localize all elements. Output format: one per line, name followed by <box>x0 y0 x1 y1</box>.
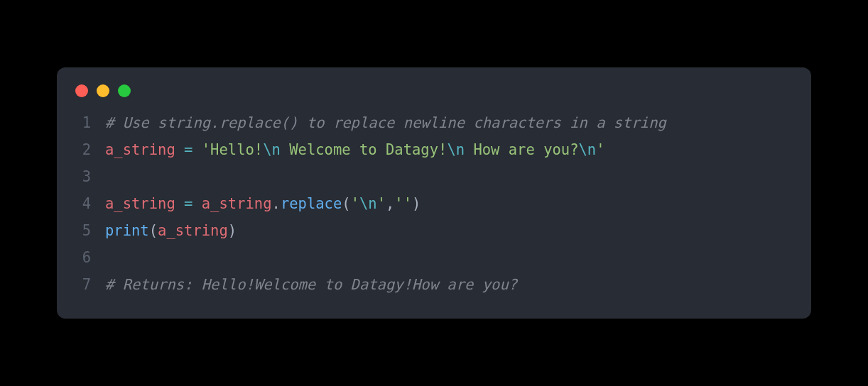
line-content: print(a_string) <box>105 218 237 245</box>
line-number: 7 <box>71 272 91 299</box>
line-content: # Returns: Hello!Welcome to Datagy!How a… <box>105 272 517 299</box>
close-icon[interactable] <box>75 84 88 97</box>
line-content: # Use string.replace() to replace newlin… <box>105 110 666 137</box>
line-content: a_string = 'Hello!\n Welcome to Datagy!\… <box>105 137 605 164</box>
code-line: 4 a_string = a_string.replace('\n','') <box>57 191 811 218</box>
code-line: 2 a_string = 'Hello!\n Welcome to Datagy… <box>57 137 811 164</box>
line-number: 5 <box>71 218 91 245</box>
code-line: 3 <box>57 164 811 191</box>
line-number: 3 <box>71 164 91 191</box>
code-area[interactable]: 1 # Use string.replace() to replace newl… <box>57 110 811 298</box>
line-number: 1 <box>71 110 91 137</box>
code-line: 6 <box>57 245 811 272</box>
line-content: a_string = a_string.replace('\n','') <box>105 191 421 218</box>
minimize-icon[interactable] <box>97 84 109 97</box>
code-line: 5 print(a_string) <box>57 218 811 245</box>
code-line: 7 # Returns: Hello!Welcome to Datagy!How… <box>57 272 811 299</box>
window-controls <box>57 84 811 110</box>
line-number: 2 <box>71 137 91 164</box>
maximize-icon[interactable] <box>118 84 131 97</box>
code-editor-window: 1 # Use string.replace() to replace newl… <box>57 67 811 318</box>
line-number: 4 <box>71 191 91 218</box>
code-line: 1 # Use string.replace() to replace newl… <box>57 110 811 137</box>
line-number: 6 <box>71 245 91 272</box>
